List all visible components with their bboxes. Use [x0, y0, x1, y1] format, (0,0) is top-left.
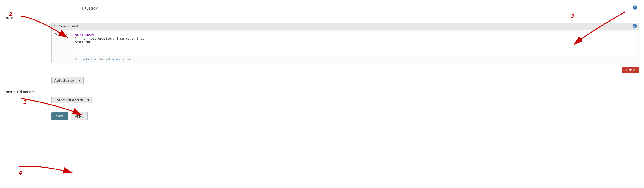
- arrow-4-svg: [12, 160, 77, 181]
- add-build-step-label: Add build step: [54, 79, 74, 82]
- dropdown-arrow-icon: ▼: [76, 79, 81, 82]
- command-row: Command cd $WORKSPACE [ ! -e .testreposi…: [52, 30, 639, 57]
- annotation-4: 4: [19, 170, 22, 176]
- page-help-icon[interactable]: ?: [633, 6, 637, 10]
- poll-scm-row: Poll SCM: [0, 5, 644, 12]
- code-line-1: cd $WORKSPACE: [74, 33, 98, 37]
- help-text: ?: [634, 24, 635, 27]
- help-icon-text: ?: [634, 6, 636, 9]
- execute-shell-help-icon[interactable]: ?: [632, 24, 637, 28]
- add-post-build-action-button[interactable]: Add post-build action ▼: [52, 97, 93, 103]
- build-label: Build: [5, 16, 14, 20]
- command-code-display[interactable]: cd $WORKSPACE [ ! -e .testrepository ] &…: [73, 32, 637, 55]
- env-vars-link-row: See the list of available environment va…: [52, 57, 639, 63]
- add-build-step-button[interactable]: Add build step ▼: [52, 77, 84, 84]
- execute-shell-header: ⠿ Execute shell ?: [52, 23, 639, 30]
- post-build-label: Post-build Actions: [5, 90, 36, 94]
- build-section-header: Build: [0, 14, 644, 21]
- save-apply-row: Save Apply: [0, 108, 644, 124]
- post-build-header: Post-build Actions: [0, 88, 644, 95]
- delete-btn-row: Delete: [0, 65, 644, 75]
- post-build-dropdown-arrow-icon: ▼: [85, 98, 90, 102]
- env-vars-link[interactable]: the list of available environment variab…: [81, 58, 132, 61]
- execute-shell-block: ⠿ Execute shell ? Command cd $WORKSPACE …: [52, 23, 639, 63]
- code-line-3: testr run: [74, 40, 91, 44]
- save-button[interactable]: Save: [52, 112, 68, 120]
- poll-scm-checkbox[interactable]: [80, 7, 82, 10]
- poll-scm-label: Poll SCM: [84, 7, 98, 10]
- post-build-action-row: Add post-build action ▼: [0, 95, 644, 106]
- drag-handle-icon[interactable]: ⠿: [54, 24, 57, 28]
- execute-shell-label: Execute shell: [59, 24, 78, 28]
- add-step-row: Add build step ▼: [0, 75, 644, 86]
- command-label: Command: [54, 32, 73, 36]
- code-line-2: [ ! -e .testrepository ] && testr init: [74, 37, 144, 40]
- env-vars-prefix: See: [75, 58, 81, 61]
- add-post-build-label: Add post-build action: [54, 98, 83, 102]
- delete-button[interactable]: Delete: [622, 67, 639, 73]
- apply-button[interactable]: Apply: [70, 112, 88, 120]
